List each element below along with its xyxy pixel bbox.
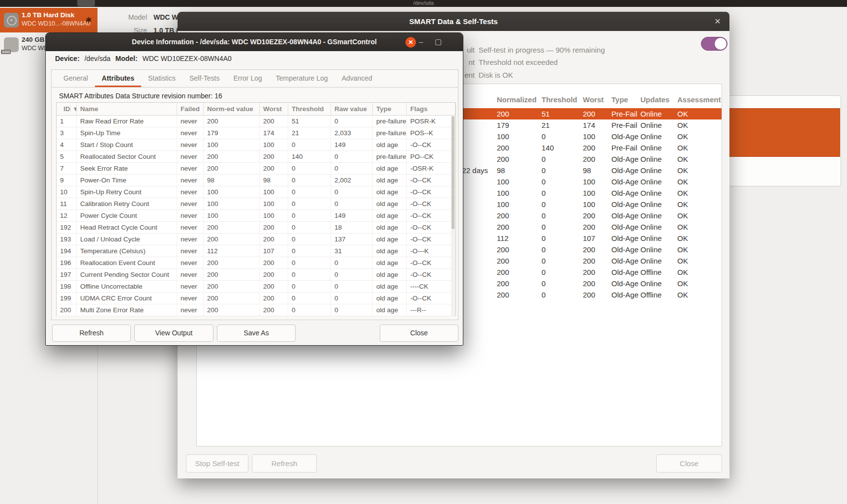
maximize-icon[interactable]: ▢ (431, 33, 446, 51)
cell-name: Reallocated Sector Count (77, 151, 177, 162)
attribute-row[interactable]: 194 Temperature (Celsius) never 112 107 … (57, 245, 455, 257)
cell-type: Old-Age (609, 199, 638, 210)
cell-normalized: 200 (495, 255, 540, 267)
attribute-row[interactable]: 3 Spin-Up Time never 179 174 21 2,033 pr… (57, 127, 455, 139)
col-flags[interactable]: Flags (407, 103, 455, 115)
attribute-row[interactable]: 11 Calibration Retry Count never 100 100… (57, 198, 455, 210)
cell-flags: -O--CK (407, 293, 455, 304)
col-raw[interactable]: Raw value (331, 103, 373, 115)
cell-updates: Online (638, 142, 675, 153)
tab[interactable]: Temperature Log (269, 70, 335, 87)
tab[interactable]: Attributes (95, 70, 141, 87)
attribute-row[interactable]: 7 Seek Error Rate never 200 200 0 0 old … (57, 163, 455, 175)
cell-worst: 100 (581, 187, 609, 199)
cell-normalized: 98 (495, 165, 540, 176)
cell-type: old age (373, 304, 407, 316)
cell-flags: -O--CK (407, 210, 455, 221)
cell-assessment: OK (675, 142, 722, 153)
col-name[interactable]: Name (77, 103, 177, 115)
col-threshold[interactable]: Threshold (540, 95, 581, 107)
cell-flags: POS--K (407, 127, 455, 139)
attribute-row[interactable]: 1 Raw Read Error Rate never 200 200 51 0… (57, 116, 455, 127)
col-worst[interactable]: Worst (581, 95, 609, 107)
attribute-row[interactable]: 10 Spin-Up Retry Count never 100 100 0 0… (57, 186, 455, 198)
attribute-row[interactable]: 196 Reallocation Event Count never 200 2… (57, 257, 455, 269)
cell-failed: never (177, 245, 204, 257)
col-normalized[interactable]: Normalized (495, 95, 540, 107)
col-failed[interactable]: Failed (177, 103, 204, 115)
close-icon[interactable]: ✕ (405, 37, 416, 48)
cell-threshold: 0 (288, 257, 331, 268)
dev-close-button[interactable]: Close (380, 325, 458, 342)
cell-type: Pre-Fail (609, 142, 638, 153)
device-dialog-title: Device Information - /dev/sda: WDC WD10E… (46, 33, 463, 51)
refresh-button[interactable]: Refresh (52, 325, 131, 342)
col-normed[interactable]: Norm-ed value (204, 103, 260, 115)
col-type[interactable]: Type (373, 103, 407, 115)
cell-worst: 200 (260, 269, 288, 280)
attribute-row[interactable]: 192 Head Retract Cycle Count never 200 2… (57, 222, 455, 234)
close-icon[interactable]: ✕ (713, 17, 723, 27)
cell-name: Load / Unload Cycle (77, 234, 177, 245)
col-worst[interactable]: Worst (260, 103, 288, 115)
cell-threshold: 51 (288, 116, 331, 127)
cell-flags: -O--CK (407, 222, 455, 233)
tab[interactable]: Self-Tests (182, 70, 226, 87)
selected-volume-block[interactable] (724, 108, 840, 157)
cell-type: Old-Age (609, 210, 638, 221)
cell-id: 197 (57, 269, 77, 280)
attribute-row[interactable]: 193 Load / Unload Cycle never 200 200 0 … (57, 234, 455, 245)
attribute-row[interactable]: 199 UDMA CRC Error Count never 200 200 0… (57, 293, 455, 304)
cell-normalized: 100 (495, 199, 540, 210)
col-updates[interactable]: Updates (638, 95, 675, 107)
col-assessment[interactable]: Assessment (675, 95, 722, 107)
cell-worst: 200 (260, 293, 288, 304)
ssd-badge: SSD (1, 50, 11, 54)
smart-enabled-toggle[interactable] (701, 37, 727, 51)
cell-name: Offline Uncorrectable (77, 281, 177, 292)
cell-worst: 200 (260, 116, 288, 127)
cell-id: 4 (57, 139, 77, 150)
cell-updates: Online (638, 153, 675, 165)
cell-threshold: 0 (540, 153, 581, 165)
cell-updates: Online (638, 221, 675, 233)
tab[interactable]: Advanced (335, 70, 379, 87)
col-id[interactable]: ID▾ (57, 103, 77, 115)
col-type[interactable]: Type (609, 95, 638, 107)
cell-failed: never (177, 186, 204, 198)
tab[interactable]: Error Log (226, 70, 269, 87)
stop-selftest-button[interactable]: Stop Self-test (186, 454, 248, 473)
disk-list-item[interactable]: 1.0 TB Hard Disk WDC WD10...-08WN4A0 ✱ (0, 8, 97, 32)
col-threshold[interactable]: Threshold (288, 103, 331, 115)
attribute-row[interactable]: 9 Power-On Time never 98 98 0 2,002 old … (57, 175, 455, 186)
attribute-row[interactable]: 4 Start / Stop Count never 100 100 0 149… (57, 139, 455, 151)
tab[interactable]: General (57, 70, 95, 87)
cell-normed: 200 (204, 304, 260, 316)
cell-threshold: 0 (288, 139, 331, 150)
cell-raw: 2,033 (331, 127, 373, 139)
cell-worst: 100 (581, 176, 609, 187)
cell-worst: 100 (581, 199, 609, 210)
model-value: WDC WD10EZEX-08WN4A0 (143, 55, 232, 62)
tab[interactable]: Statistics (141, 70, 182, 87)
cell-normed: 200 (204, 257, 260, 268)
attribute-row[interactable]: 200 Multi Zone Error Rate never 200 200 … (57, 304, 455, 316)
attribute-row[interactable]: 198 Offline Uncorrectable never 200 200 … (57, 281, 455, 293)
cell-type: old age (373, 198, 407, 209)
smart-close-button[interactable]: Close (656, 454, 722, 473)
cell-assessment: OK (675, 119, 722, 131)
cell-assessment: OK (675, 267, 722, 278)
view-output-button[interactable]: View Output (134, 325, 213, 342)
cell-name: Seek Error Rate (77, 163, 177, 174)
save-as-button[interactable]: Save As (217, 325, 296, 342)
scrollbar-thumb[interactable] (452, 116, 454, 229)
cell-normalized: 200 (495, 210, 540, 221)
smart-refresh-button[interactable]: Refresh (252, 454, 317, 473)
attribute-row[interactable]: 12 Power Cycle Count never 100 100 0 149… (57, 210, 455, 222)
attribute-row[interactable]: 5 Reallocated Sector Count never 200 200… (57, 151, 455, 163)
cell-threshold: 0 (540, 176, 581, 187)
cell-assessment: OK (675, 255, 722, 267)
scrollbar[interactable] (451, 116, 455, 316)
attribute-row[interactable]: 197 Current Pending Sector Count never 2… (57, 269, 455, 281)
cell-normalized: 200 (495, 289, 540, 300)
